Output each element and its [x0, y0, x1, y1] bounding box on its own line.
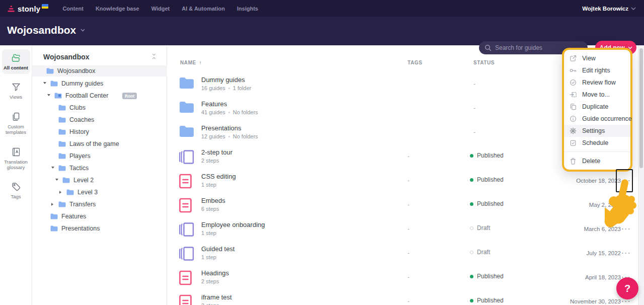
tour-icon	[179, 149, 194, 165]
row-meta: 1 step	[201, 182, 216, 188]
menu-item-duplicate[interactable]: Duplicate	[564, 101, 630, 113]
row-date: March 6, 2023	[584, 226, 621, 232]
menu-item-delete[interactable]: Delete	[564, 155, 630, 168]
info-circle-icon	[570, 115, 577, 122]
menu-item-label: Schedule	[582, 139, 608, 146]
sidebar-item-label: All content	[4, 65, 28, 70]
tree-node-dummy-guides[interactable]: Dummy guides	[32, 78, 167, 89]
menu-item-schedule[interactable]: Schedule	[564, 137, 630, 149]
status-dot-icon	[470, 154, 473, 158]
table-row[interactable]: Embeds6 steps-PublishedMay 2, 2023···	[167, 193, 638, 217]
menu-item-view[interactable]: View	[564, 52, 630, 64]
user-name: Wojtek Borowicz	[582, 6, 628, 12]
stonly-logo[interactable]: stonly	[7, 3, 48, 14]
status-badge: Published	[470, 297, 504, 304]
tree-node-presentations[interactable]: Presentations	[32, 223, 167, 234]
expanded-arrow-icon[interactable]	[55, 179, 58, 181]
tree-node-tactics[interactable]: Tactics	[32, 163, 167, 174]
primary-nav: ContentKnowledge baseWidgetAI & Automati…	[62, 6, 258, 12]
tree-node-players[interactable]: Players	[32, 150, 167, 162]
guide-icon	[179, 270, 192, 285]
tree-panel-title: Wojosandbox	[43, 53, 90, 61]
column-header-name[interactable]: NAME↑	[180, 60, 202, 65]
menu-item-review-flow[interactable]: Review flow	[564, 77, 630, 89]
sidebar-item-label: Views	[10, 94, 22, 100]
column-header-tags: TAGS	[408, 60, 422, 65]
row-meta: 2 steps	[201, 278, 219, 284]
table-row[interactable]: iframe test2 steps-PublishedNovember 30,…	[167, 290, 638, 305]
folder-icon	[50, 225, 58, 232]
row-name: Dummy guides	[201, 76, 245, 84]
tour-icon	[179, 222, 194, 237]
row-more-button[interactable]: ···	[620, 223, 633, 235]
tree-node-level-3[interactable]: Level 3	[32, 187, 167, 198]
vertical-scrollbar[interactable]	[638, 45, 644, 305]
row-date: October 18, 2023	[576, 178, 621, 184]
table-row[interactable]: CSS editing1 step-PublishedOctober 18, 2…	[167, 169, 638, 193]
status-dot-icon	[470, 178, 473, 182]
tree-node-transfers[interactable]: Transfers	[32, 199, 167, 210]
help-button[interactable]: ?	[616, 277, 638, 299]
tree-node-label: Presentations	[61, 225, 100, 232]
tree-node-label: Players	[69, 152, 91, 160]
tree-node-level-2[interactable]: Level 2	[32, 175, 167, 186]
sidebar-item-views[interactable]: Views	[2, 79, 30, 103]
nav-item-content[interactable]: Content	[62, 6, 84, 12]
sidebar-item-tags[interactable]: Tags	[2, 178, 30, 203]
row-meta: 1 step	[201, 254, 216, 260]
row-more-button[interactable]: ···	[620, 199, 633, 211]
table-row[interactable]: Guided test1 step-DraftJuly 15, 2022···	[167, 242, 638, 266]
status-badge: Published	[470, 200, 504, 207]
nav-item-knowledge-base[interactable]: Knowledge base	[96, 6, 139, 12]
collapsed-arrow-icon[interactable]	[59, 191, 61, 194]
row-more-button[interactable]: ···	[620, 247, 633, 259]
menu-item-edit-rights[interactable]: Edit rights	[564, 64, 630, 77]
row-tags-empty: -	[408, 250, 410, 257]
row-name: 2-step tour	[201, 148, 232, 156]
folder-tree-panel: Wojosandbox WojosandboxDummy guidesFootb…	[32, 45, 167, 305]
ukraine-flag-icon	[42, 4, 48, 9]
row-tags-empty: -	[408, 298, 410, 305]
tree-node-football-center[interactable]: Football CenterRoot	[32, 90, 167, 101]
menu-item-label: Edit rights	[582, 67, 610, 74]
duplicate-icon	[570, 103, 577, 110]
tree-node-features[interactable]: Features	[32, 211, 167, 222]
tree-node-history[interactable]: History	[32, 126, 167, 137]
chevron-down-icon	[631, 7, 636, 10]
status-badge: Published	[470, 273, 504, 280]
nav-item-insights[interactable]: Insights	[237, 6, 258, 12]
row-date: July 15, 2022	[587, 250, 621, 256]
expanded-arrow-icon[interactable]	[43, 82, 46, 84]
expanded-arrow-icon[interactable]	[47, 94, 50, 96]
expanded-arrow-icon[interactable]	[51, 167, 54, 169]
sidebar-item-translation-glossary[interactable]: Translation glossary	[2, 143, 30, 174]
tree-node-coaches[interactable]: Coaches	[32, 114, 167, 125]
nav-item-ai-automation[interactable]: AI & Automation	[182, 6, 225, 12]
top-nav-bar: stonly ContentKnowledge baseWidgetAI & A…	[0, 0, 644, 17]
row-more-button[interactable]: ···	[620, 175, 633, 187]
tree-node-clubs[interactable]: Clubs	[32, 102, 167, 113]
tree-node-laws-of-the-game[interactable]: Laws of the game	[32, 138, 167, 149]
menu-item-label: Guide occurrence	[582, 115, 632, 122]
chevron-down-icon	[80, 29, 85, 32]
collapse-panel-icon[interactable]	[150, 53, 157, 60]
scrollbar-thumb[interactable]	[639, 48, 643, 168]
status-badge: Published	[470, 152, 504, 159]
table-row[interactable]: Headings2 steps-PublishedApril 18, 2023·…	[167, 266, 638, 290]
workspace-title-dropdown[interactable]: Wojosandbox	[7, 24, 85, 36]
tree-node-label: Level 3	[77, 189, 98, 196]
menu-item-move-to[interactable]: Move to...	[564, 89, 630, 101]
nav-item-widget[interactable]: Widget	[151, 6, 170, 12]
tree-node-wojosandbox[interactable]: Wojosandbox	[32, 65, 167, 77]
sidebar-item-all-content[interactable]: All content	[2, 49, 30, 74]
tree-node-label: Coaches	[69, 116, 94, 123]
menu-divider	[564, 151, 630, 152]
folder-icon	[58, 201, 66, 207]
user-menu[interactable]: Wojtek Borowicz	[582, 6, 636, 12]
table-row[interactable]: Employee onboarding1 step-DraftMarch 6, …	[167, 217, 638, 242]
menu-item-settings[interactable]: Settings	[564, 125, 630, 137]
sidebar-item-custom-templates[interactable]: Custom templates	[2, 108, 30, 139]
collapsed-arrow-icon[interactable]	[51, 203, 53, 206]
sort-asc-icon: ↑	[199, 60, 202, 65]
menu-item-guide-occurrence[interactable]: Guide occurrence	[564, 113, 630, 125]
